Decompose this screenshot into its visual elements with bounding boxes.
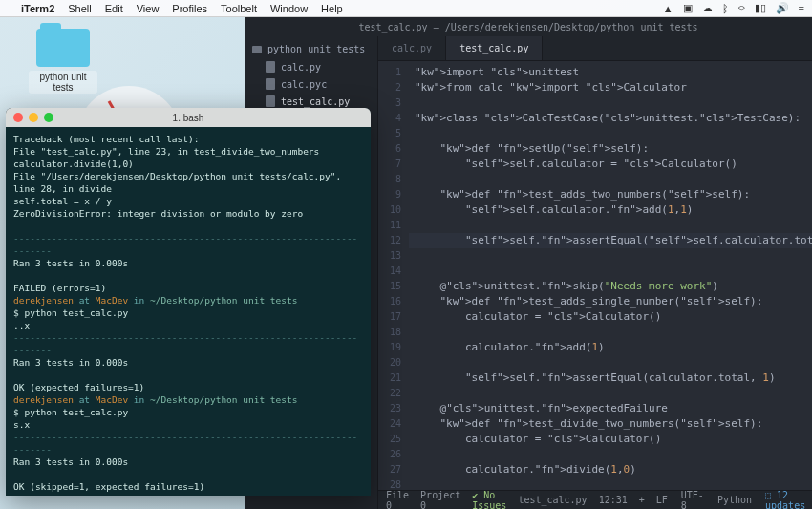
status-filename: test_calc.py — [518, 495, 587, 505]
menu-extra-icon[interactable]: ≡ — [799, 3, 804, 14]
status-cursor[interactable]: 12:31 — [599, 495, 628, 505]
status-icon[interactable]: ▣ — [683, 2, 693, 14]
editor-statusbar: File 0 Project 0 ✔ No Issues test_calc.p… — [378, 490, 812, 509]
sidebar-file[interactable]: calc.py — [245, 58, 377, 75]
editor-title: test_calc.py — /Users/derekjensen/Deskto… — [358, 22, 697, 32]
line-gutter: 1234567891011121314151617181920212223242… — [378, 61, 409, 490]
volume-icon[interactable]: 🔊 — [776, 2, 789, 14]
status-issues[interactable]: ✔ No Issues — [472, 490, 506, 510]
sidebar-file-label: test_calc.py — [281, 96, 350, 107]
sidebar-file[interactable]: calc.pyc — [245, 75, 377, 93]
menubar-app[interactable]: iTerm2 — [21, 3, 54, 14]
status-lf[interactable]: LF — [656, 495, 668, 505]
status-file[interactable]: File 0 — [386, 490, 409, 510]
terminal-window: 1. bash Traceback (most recent call last… — [6, 108, 371, 496]
cloud-icon[interactable]: ☁ — [702, 2, 713, 14]
menu-profiles[interactable]: Profiles — [172, 3, 207, 14]
terminal-title: 1. bash — [6, 113, 371, 123]
editor-titlebar: test_calc.py — /Users/derekjensen/Deskto… — [245, 17, 812, 36]
mac-menubar: iTerm2 Shell Edit View Profiles Toolbelt… — [0, 0, 812, 17]
terminal-output[interactable]: Traceback (most recent call last): File … — [6, 127, 371, 496]
terminal-titlebar[interactable]: 1. bash — [6, 108, 371, 127]
desktop-folder-label: python unit tests — [29, 71, 97, 94]
bluetooth-icon[interactable]: ᛒ — [722, 3, 729, 14]
desktop-folder[interactable]: python unit tests — [29, 29, 97, 94]
code-source[interactable]: "kw">import "cls">unittest"kw">from calc… — [409, 61, 812, 490]
menubar-right: ▲ ▣ ☁ ᛒ ⌔ ▮▯ 🔊 ≡ — [663, 2, 804, 14]
editor-tab[interactable]: calc.py — [378, 36, 446, 60]
folder-icon — [36, 29, 90, 67]
status-updates[interactable]: ⬚ 12 updates — [765, 490, 805, 510]
code-area[interactable]: 1234567891011121314151617181920212223242… — [378, 61, 812, 490]
menu-shell[interactable]: Shell — [68, 3, 91, 14]
status-lang[interactable]: Python — [717, 495, 752, 505]
sidebar-file-label: calc.py — [281, 62, 321, 73]
editor-tabs: calc.pytest_calc.py — [378, 36, 812, 61]
status-plus-icon[interactable]: + — [639, 495, 645, 505]
file-icon — [266, 95, 275, 107]
menu-help[interactable]: Help — [321, 3, 343, 14]
menu-view[interactable]: View — [137, 3, 160, 14]
editor-tab[interactable]: test_calc.py — [446, 36, 543, 60]
menu-window[interactable]: Window — [270, 3, 308, 14]
sidebar-root-label: python unit tests — [267, 44, 365, 54]
folder-icon — [252, 46, 262, 53]
status-icon[interactable]: ▲ — [663, 3, 673, 14]
sidebar-root[interactable]: python unit tests — [245, 40, 377, 58]
sidebar-file-label: calc.pyc — [281, 79, 327, 90]
menu-toolbelt[interactable]: Toolbelt — [221, 3, 257, 14]
battery-icon[interactable]: ▮▯ — [755, 2, 766, 14]
wifi-icon[interactable]: ⌔ — [738, 3, 745, 14]
file-icon — [266, 61, 275, 73]
file-icon — [266, 78, 275, 90]
status-encoding[interactable]: UTF-8 — [681, 490, 704, 510]
menu-edit[interactable]: Edit — [105, 3, 123, 14]
status-project[interactable]: Project 0 — [420, 490, 460, 510]
